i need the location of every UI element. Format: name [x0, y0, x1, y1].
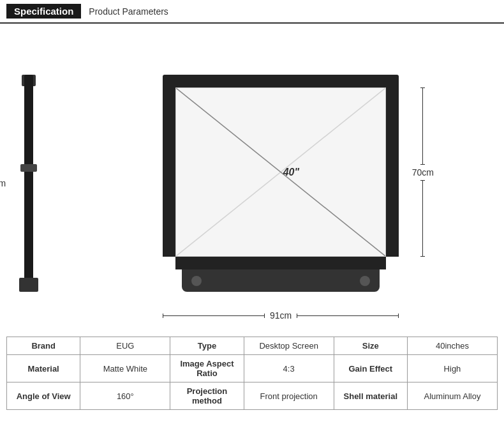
screen-frame-left: [163, 87, 175, 257]
page-header: Specification Product Parameters: [0, 0, 504, 24]
label-shell-material: Shell material: [334, 382, 407, 410]
spec-table-wrapper: Brand EUG Type Desktop Screen Size 40inc…: [0, 337, 504, 416]
side-cap-mid: [20, 164, 37, 172]
spec-table: Brand EUG Type Desktop Screen Size 40inc…: [6, 337, 498, 410]
screen-frame-right: [386, 87, 399, 257]
label-angle-of-view: Angle of View: [7, 382, 80, 410]
base-knob-right: [360, 276, 370, 286]
dim-91-bottom: 91cm: [163, 310, 399, 321]
label-aspect-ratio: Image Aspect Ratio: [170, 355, 244, 382]
label-material: Material: [7, 355, 80, 382]
value-gain-effect: High: [407, 355, 497, 382]
screen-frame-bottom: [175, 257, 386, 269]
diagonal-line-svg: [176, 88, 385, 256]
side-cap-bottom: [19, 278, 38, 292]
table-row: Brand EUG Type Desktop Screen Size 40inc…: [7, 337, 498, 355]
dim-label-70: 70cm: [412, 165, 434, 180]
diagram-area: 91cm 40": [0, 24, 504, 337]
value-type: Desktop Screen: [244, 337, 334, 355]
side-view-inner: [19, 75, 38, 292]
dim-label-91-left: 91cm: [0, 176, 6, 191]
front-view: 40" 70cm 91cm: [77, 75, 485, 292]
dim-label-91-bottom: 91cm: [265, 310, 297, 321]
table-row: Angle of View 160° Projection method Fro…: [7, 382, 498, 410]
side-body: [24, 75, 33, 292]
specification-badge: Specification: [6, 4, 81, 19]
label-projection-method: Projection method: [170, 382, 244, 410]
dim-70-right: 70cm: [412, 87, 434, 257]
value-brand: EUG: [80, 337, 170, 355]
side-view: 91cm: [19, 75, 38, 292]
header-subtitle: Product Parameters: [89, 6, 168, 17]
table-row: Material Matte White Image Aspect Ratio …: [7, 355, 498, 382]
value-size: 40inches: [407, 337, 497, 355]
screen-frame-top: [163, 75, 399, 87]
value-shell-material: Aluminum Alloy: [407, 382, 497, 410]
value-aspect-ratio: 4:3: [244, 355, 334, 382]
screen-surface: 40": [175, 87, 386, 257]
label-gain-effect: Gain Effect: [334, 355, 407, 382]
value-projection-method: Front projection: [244, 382, 334, 410]
base-knob-left: [191, 276, 202, 286]
label-size: Size: [334, 337, 407, 355]
label-brand: Brand: [7, 337, 80, 355]
screen-container: 40" 70cm 91cm: [163, 75, 399, 292]
label-type: Type: [170, 337, 244, 355]
diagonal-label: 40": [283, 167, 299, 178]
screen-base: [182, 269, 380, 292]
value-material: Matte White: [80, 355, 170, 382]
value-angle-of-view: 160°: [80, 382, 170, 410]
dim-91-left: 91cm: [0, 75, 6, 292]
